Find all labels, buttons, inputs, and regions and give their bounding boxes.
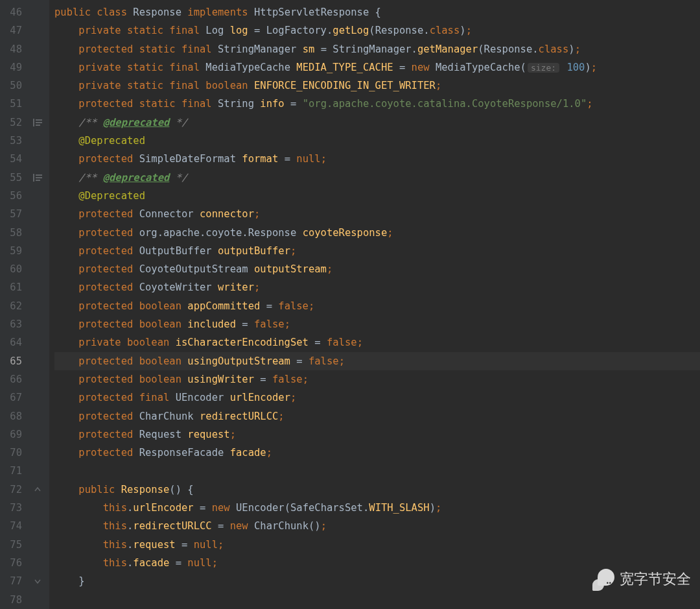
code-line[interactable]: protected CoyoteWriter writer; bbox=[54, 278, 700, 296]
token-kw: ; bbox=[339, 355, 345, 367]
line-number[interactable]: 71 bbox=[0, 462, 26, 480]
code-line[interactable]: /** @deprecated */ bbox=[54, 169, 700, 187]
line-number[interactable]: 74 bbox=[0, 517, 26, 535]
code-line[interactable]: /** @deprecated */ bbox=[54, 113, 700, 132]
line-number[interactable]: 70 bbox=[0, 444, 26, 462]
code-line[interactable]: private static final MediaTypeCache MEDI… bbox=[54, 58, 700, 77]
token-cls: (Response. bbox=[369, 25, 429, 36]
code-line[interactable]: private static final boolean ENFORCE_ENC… bbox=[54, 77, 700, 95]
code-line[interactable]: protected Connector connector; bbox=[54, 205, 700, 223]
token-kw: null bbox=[296, 153, 320, 165]
gutter-mark bbox=[26, 169, 49, 187]
token-kw: boolean bbox=[139, 318, 188, 330]
line-number[interactable]: 64 bbox=[0, 333, 26, 352]
line-number[interactable]: 77 bbox=[0, 572, 26, 590]
code-line[interactable]: this.redirectURLCC = new CharChunk(); bbox=[54, 517, 700, 535]
line-number[interactable]: 68 bbox=[0, 407, 26, 425]
line-number-gutter[interactable]: 4647484950515253545556575859606162636465… bbox=[0, 0, 26, 609]
token-cls: (Response. bbox=[478, 43, 538, 55]
token-cls: = bbox=[176, 539, 194, 551]
code-line[interactable]: this.urlEncoder = new UEncoder(SafeChars… bbox=[54, 499, 700, 517]
code-line[interactable]: @Deprecated bbox=[54, 187, 700, 205]
code-line[interactable]: public class Response implements HttpSer… bbox=[54, 3, 700, 21]
token-fn: connector bbox=[200, 208, 254, 220]
line-number[interactable]: 48 bbox=[0, 40, 26, 58]
code-line[interactable]: protected final UEncoder urlEncoder; bbox=[54, 388, 700, 407]
code-line[interactable]: protected static final String info = "or… bbox=[54, 95, 700, 113]
code-line[interactable]: this.facade = null; bbox=[54, 554, 700, 572]
token-kw: new bbox=[230, 520, 254, 532]
line-number[interactable]: 62 bbox=[0, 297, 26, 315]
code-line[interactable] bbox=[54, 462, 700, 480]
token-cls: Response bbox=[133, 6, 187, 18]
line-number[interactable]: 78 bbox=[0, 591, 26, 609]
line-number[interactable]: 66 bbox=[0, 370, 26, 388]
line-number[interactable]: 73 bbox=[0, 499, 26, 517]
gutter-marks[interactable] bbox=[26, 0, 49, 609]
code-line[interactable]: protected OutputBuffer outputBuffer; bbox=[54, 242, 700, 260]
line-number[interactable]: 51 bbox=[0, 95, 26, 113]
code-line[interactable]: this.request = null; bbox=[54, 536, 700, 554]
line-number[interactable]: 52 bbox=[0, 113, 26, 132]
line-number[interactable]: 56 bbox=[0, 187, 26, 205]
line-number[interactable]: 67 bbox=[0, 388, 26, 407]
code-line[interactable]: protected Request request; bbox=[54, 425, 700, 444]
token-kw: false bbox=[254, 318, 285, 330]
token-kw: final bbox=[169, 80, 205, 91]
line-number[interactable]: 59 bbox=[0, 242, 26, 260]
code-line[interactable]: protected boolean usingWriter = false; bbox=[54, 370, 700, 388]
code-line[interactable]: private static final Log log = LogFactor… bbox=[54, 21, 700, 40]
line-number[interactable]: 61 bbox=[0, 278, 26, 296]
token-cls: CharChunk bbox=[139, 411, 200, 422]
code-line[interactable]: protected org.apache.coyote.Response coy… bbox=[54, 224, 700, 242]
gutter-mark bbox=[26, 187, 49, 205]
code-area[interactable]: public class Response implements HttpSer… bbox=[49, 0, 700, 609]
code-line[interactable]: public Response() { bbox=[54, 481, 700, 499]
svg-rect-3 bbox=[36, 125, 40, 126]
code-line[interactable]: } bbox=[54, 572, 700, 590]
code-line[interactable]: private boolean isCharacterEncodingSet =… bbox=[54, 333, 700, 352]
fold-open-icon[interactable] bbox=[33, 485, 42, 494]
line-number[interactable]: 53 bbox=[0, 132, 26, 150]
token-kw: ; bbox=[327, 263, 332, 275]
token-cmt: /** bbox=[78, 172, 102, 184]
token-kw: final bbox=[181, 98, 218, 110]
line-number[interactable]: 65 bbox=[0, 352, 26, 370]
fold-close-icon[interactable] bbox=[33, 577, 42, 586]
code-editor[interactable]: 4647484950515253545556575859606162636465… bbox=[0, 0, 700, 609]
code-line[interactable]: protected boolean usingOutputStream = fa… bbox=[54, 352, 700, 370]
code-line[interactable]: protected ResponseFacade facade; bbox=[54, 444, 700, 462]
code-line[interactable]: protected CharChunk redirectURLCC; bbox=[54, 407, 700, 425]
token-doclink: @deprecated bbox=[103, 117, 170, 128]
line-number[interactable]: 69 bbox=[0, 425, 26, 444]
line-number[interactable]: 50 bbox=[0, 77, 26, 95]
line-number[interactable]: 76 bbox=[0, 554, 26, 572]
code-line[interactable]: protected CoyoteOutputStream outputStrea… bbox=[54, 260, 700, 278]
line-number[interactable]: 72 bbox=[0, 481, 26, 499]
line-number[interactable]: 47 bbox=[0, 21, 26, 40]
line-number[interactable]: 54 bbox=[0, 150, 26, 168]
gutter-mark bbox=[26, 352, 49, 370]
token-fn: urlEncoder bbox=[230, 392, 290, 403]
token-kw: ; bbox=[254, 281, 260, 293]
code-line[interactable]: protected boolean included = false; bbox=[54, 315, 700, 333]
line-number[interactable]: 75 bbox=[0, 536, 26, 554]
line-number[interactable]: 60 bbox=[0, 260, 26, 278]
line-number[interactable]: 46 bbox=[0, 3, 26, 21]
gutter-mark bbox=[26, 444, 49, 462]
code-line[interactable] bbox=[54, 591, 700, 609]
token-fn: log bbox=[230, 25, 248, 36]
code-line[interactable]: protected SimpleDateFormat format = null… bbox=[54, 150, 700, 168]
line-number[interactable]: 55 bbox=[0, 169, 26, 187]
code-line[interactable]: protected boolean appCommitted = false; bbox=[54, 297, 700, 315]
token-kw: ; bbox=[321, 520, 327, 532]
token-kw: ; bbox=[266, 447, 272, 459]
line-number[interactable]: 57 bbox=[0, 205, 26, 223]
line-number[interactable]: 49 bbox=[0, 58, 26, 77]
gutter-mark bbox=[26, 333, 49, 352]
code-line[interactable]: @Deprecated bbox=[54, 132, 700, 150]
line-number[interactable]: 58 bbox=[0, 224, 26, 242]
code-line[interactable]: protected static final StringManager sm … bbox=[54, 40, 700, 58]
token-kw: protected bbox=[78, 153, 139, 165]
line-number[interactable]: 63 bbox=[0, 315, 26, 333]
